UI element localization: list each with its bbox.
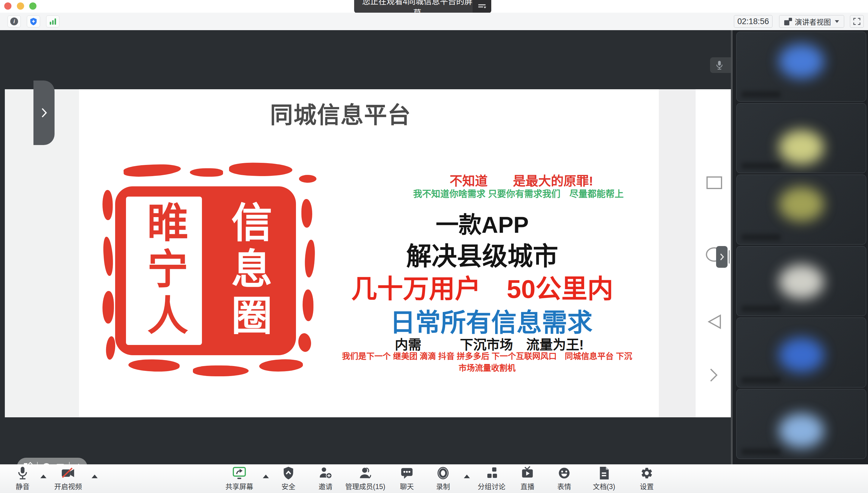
chat-icon <box>400 467 414 480</box>
chevron-right-icon <box>40 106 48 120</box>
settings-button[interactable]: 设置 <box>629 466 665 491</box>
live-stream-label: 直播 <box>520 481 534 491</box>
live-stream-button[interactable]: 直播 <box>509 466 546 491</box>
record-icon <box>436 466 450 480</box>
chevron-right-icon <box>719 252 725 261</box>
participant-video-tile[interactable] <box>736 318 866 387</box>
signal-bars-icon <box>50 18 56 25</box>
participant-name-label <box>741 377 781 384</box>
participants-sidebar <box>733 30 868 464</box>
camera-off-icon <box>61 467 76 479</box>
banner-menu-icon[interactable] <box>472 0 491 13</box>
participant-video-blur <box>779 338 824 372</box>
participant-video-blur <box>779 187 824 222</box>
network-quality-button[interactable] <box>46 15 59 27</box>
share-screen-button[interactable]: 共享屏幕 <box>215 466 263 491</box>
minimize-window-button[interactable] <box>17 2 24 9</box>
participant-name-label <box>741 91 781 98</box>
start-video-label: 开启视频 <box>54 481 82 491</box>
breakout-rooms-label: 分组讨论 <box>478 481 506 491</box>
settings-gear-icon <box>640 467 653 480</box>
slide-warning-green: 我不知道你啥需求 只要你有需求我们 尽量都能帮上 <box>404 186 633 200</box>
annotation-square <box>707 176 722 189</box>
emoji-smiley-icon <box>557 466 571 480</box>
left-panel-expander[interactable] <box>34 81 54 145</box>
emoji-label: 表情 <box>557 481 571 491</box>
seal-stamp-image: 睢宁人 信息圈 <box>103 163 326 386</box>
meeting-bottom-toolbar: 静音 开启视频 共享屏幕 <box>0 464 868 493</box>
slide-line-app: 一款APP <box>380 206 585 239</box>
slide-line-city: 解决县级城市 <box>368 236 597 272</box>
participant-video-tile[interactable] <box>736 103 866 173</box>
video-options-caret[interactable] <box>92 475 98 478</box>
participant-name-label <box>741 305 781 312</box>
participant-video-blur <box>779 44 824 79</box>
fullscreen-icon <box>853 17 861 26</box>
participant-video-blur <box>779 130 824 165</box>
record-label: 录制 <box>436 481 450 491</box>
participant-video-blur <box>779 264 824 299</box>
timer-value: 02:18:56 <box>737 17 769 26</box>
share-options-caret[interactable] <box>263 475 269 478</box>
document-icon <box>598 466 610 480</box>
breakout-blocks-icon <box>485 467 498 480</box>
shared-screen-view: 同城信息平台 不知道 是最大的原罪! 我不知道你啥需求 只要你有需求我们 尽量都… <box>0 30 733 464</box>
sidebar-collapse-button[interactable] <box>716 246 728 268</box>
participant-name-label <box>741 234 781 241</box>
view-mode-selector[interactable]: 演讲者视图 <box>779 15 844 28</box>
watching-screen-banner[interactable]: 您正在观看4同城信息平台的屏幕 <box>354 0 491 13</box>
meeting-protect-button[interactable] <box>27 15 40 27</box>
security-label: 安全 <box>282 481 295 491</box>
slide-line-info: 日常所有信息需求 <box>368 302 615 339</box>
record-button[interactable]: 录制 <box>425 466 461 491</box>
view-mode-label: 演讲者视图 <box>795 16 831 27</box>
shield-plus-icon <box>29 17 38 26</box>
annotation-triangle <box>707 314 723 330</box>
chat-button[interactable]: 聊天 <box>389 466 425 491</box>
microphone-icon <box>16 466 29 480</box>
start-video-button[interactable]: 开启视频 <box>44 466 92 491</box>
participant-video-tile[interactable] <box>736 246 866 316</box>
window-titlebar: 您正在观看4同城信息平台的屏幕 <box>0 0 868 13</box>
participant-video-tile[interactable] <box>736 32 866 102</box>
documents-button[interactable]: 文档(3) <box>580 466 628 491</box>
invite-person-icon <box>318 466 332 480</box>
chevron-down-icon <box>835 20 839 23</box>
members-icon <box>358 466 372 480</box>
breakout-rooms-button[interactable]: 分组讨论 <box>467 466 516 491</box>
emoji-button[interactable]: 表情 <box>546 466 582 491</box>
slide-line-users: 几十万用户 50公里内 <box>343 268 621 305</box>
participant-video-blur <box>779 413 824 448</box>
meeting-info-button[interactable]: i <box>7 15 21 27</box>
stamp-right-text: 信息圈 <box>227 201 269 340</box>
meeting-window: 您正在观看4同城信息平台的屏幕 i <box>0 0 868 493</box>
chat-label: 聊天 <box>400 481 414 491</box>
stamp-white-panel: 睢宁人 <box>126 197 202 345</box>
zoom-window-button[interactable] <box>29 2 37 9</box>
manage-members-button[interactable]: 管理成员(15) <box>338 466 393 491</box>
participant-name-label <box>741 448 781 455</box>
participant-video-tile[interactable] <box>736 175 866 244</box>
settings-label: 设置 <box>640 481 654 491</box>
mute-button[interactable]: 静音 <box>4 466 41 491</box>
slide-line-footer: 我们是下一个 继美团 滴滴 抖音 拼多多后 下一个互联网风口 同城信息平台 下沉… <box>339 350 635 373</box>
live-tv-icon <box>520 466 534 480</box>
close-window-button[interactable] <box>4 2 12 9</box>
mute-label: 静音 <box>16 481 29 491</box>
documents-label: 文档(3) <box>593 481 615 491</box>
security-shield-icon <box>282 466 295 480</box>
info-icon: i <box>10 18 18 25</box>
participant-video-tile[interactable] <box>736 389 866 459</box>
participant-name-label <box>741 163 781 169</box>
microphone-icon <box>715 60 724 70</box>
security-button[interactable]: 安全 <box>270 466 307 491</box>
layout-icon <box>784 18 792 25</box>
invite-label: 邀请 <box>318 481 332 491</box>
annotation-chevron-right <box>708 367 719 383</box>
share-screen-icon <box>231 466 247 480</box>
stamp-body: 睢宁人 信息圈 <box>115 186 296 355</box>
slide-title: 同城信息平台 <box>259 97 422 130</box>
slide-right-margin <box>659 89 696 417</box>
manage-members-label: 管理成员(15) <box>346 481 385 491</box>
fullscreen-button[interactable] <box>850 15 864 28</box>
